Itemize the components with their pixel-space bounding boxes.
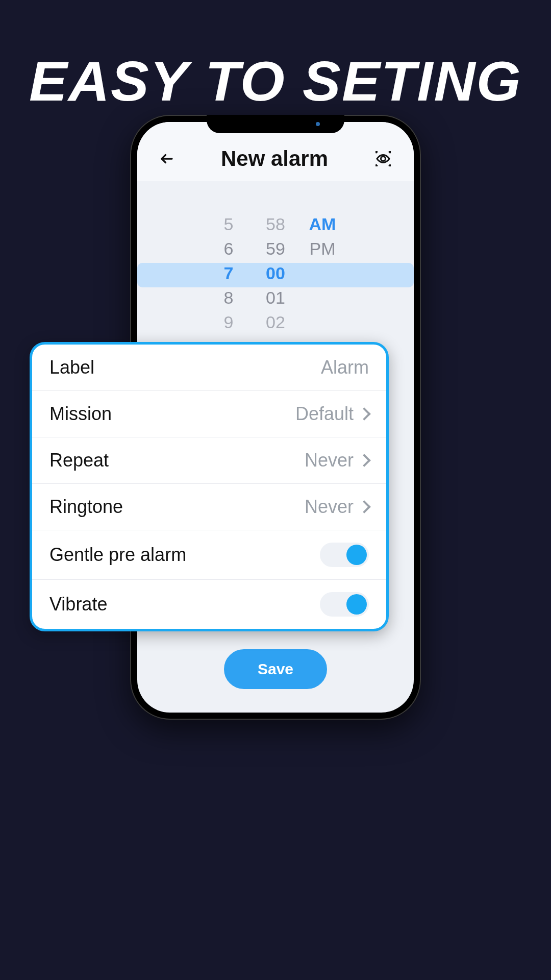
picker-value[interactable]: 8: [213, 285, 244, 310]
picker-value[interactable]: 00: [260, 261, 291, 285]
save-button[interactable]: Save: [224, 649, 327, 689]
row-label: Mission: [49, 403, 112, 425]
settings-row-ringtone[interactable]: RingtoneNever: [32, 484, 386, 530]
picker-value[interactable]: 59: [260, 236, 291, 261]
phone-notch: [207, 115, 344, 133]
picker-col-minutes[interactable]: 5859000102: [260, 212, 291, 334]
preview-eye-icon[interactable]: [373, 149, 393, 169]
picker-col-period[interactable]: AMPM: [307, 212, 338, 334]
row-label: Gentle pre alarm: [49, 544, 186, 566]
picker-value[interactable]: AM: [307, 212, 338, 236]
page-title: New alarm: [221, 146, 328, 171]
time-picker[interactable]: 56789 5859000102 AMPM: [137, 181, 414, 355]
picker-value[interactable]: PM: [307, 236, 338, 261]
picker-value[interactable]: 01: [260, 285, 291, 310]
chevron-right-icon: [358, 407, 370, 420]
back-arrow-icon[interactable]: [158, 150, 176, 168]
settings-row-label[interactable]: LabelAlarm: [32, 345, 386, 391]
hero-headline: EASY TO SETING: [0, 0, 551, 113]
row-value: Default: [295, 403, 369, 425]
settings-row-gentle-pre-alarm[interactable]: Gentle pre alarm: [32, 530, 386, 580]
picker-col-hours[interactable]: 56789: [213, 212, 244, 334]
row-value: Never: [305, 450, 369, 471]
row-value: Alarm: [321, 357, 369, 378]
toggle-switch[interactable]: [320, 543, 369, 567]
row-label: Vibrate: [49, 594, 107, 615]
settings-row-vibrate[interactable]: Vibrate: [32, 580, 386, 629]
settings-row-repeat[interactable]: RepeatNever: [32, 437, 386, 484]
toggle-switch[interactable]: [320, 592, 369, 617]
row-label: Repeat: [49, 450, 109, 471]
row-label: Ringtone: [49, 496, 123, 518]
picker-value[interactable]: 9: [213, 310, 244, 334]
row-value: Never: [305, 496, 369, 518]
picker-value[interactable]: 02: [260, 310, 291, 334]
picker-value[interactable]: 58: [260, 212, 291, 236]
picker-value[interactable]: 7: [213, 261, 244, 285]
svg-point-1: [381, 157, 385, 161]
chevron-right-icon: [358, 454, 370, 467]
chevron-right-icon: [358, 500, 370, 513]
settings-panel: LabelAlarmMissionDefaultRepeatNeverRingt…: [30, 342, 389, 631]
picker-value[interactable]: 6: [213, 236, 244, 261]
settings-row-mission[interactable]: MissionDefault: [32, 391, 386, 437]
picker-value[interactable]: 5: [213, 212, 244, 236]
row-label: Label: [49, 357, 94, 378]
